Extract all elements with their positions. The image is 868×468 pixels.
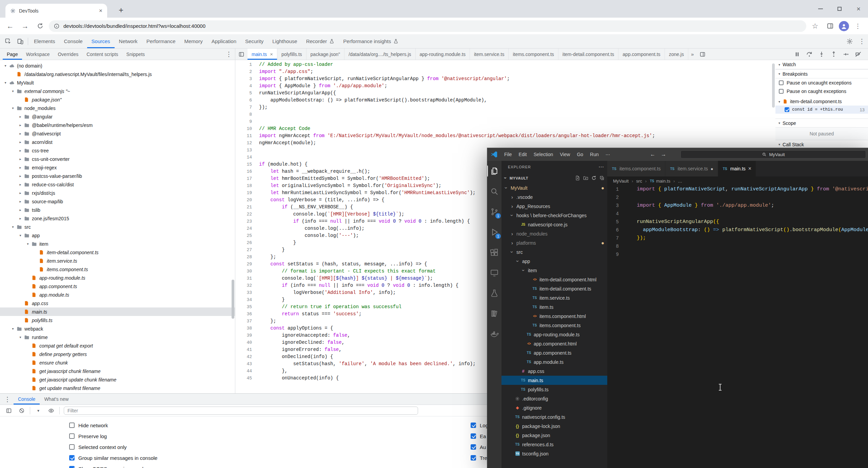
explorer-file-item-service-ts[interactable]: TSitem.service.ts (501, 293, 607, 302)
console-setting-selected-context-only[interactable]: Selected context only (69, 442, 157, 452)
profile-avatar[interactable] (839, 21, 849, 31)
navigator-tab-snippets[interactable]: Snippets (122, 49, 149, 60)
navigator-tab-page[interactable]: Page (3, 49, 22, 60)
tree-folder-runtime[interactable]: ▾runtime (0, 333, 235, 341)
editor-tab-item-service-ts[interactable]: item.service.ts (470, 49, 509, 60)
tree-file-get-javascript-chunk-filename[interactable]: get javascript chunk filename (0, 367, 235, 375)
breadcrumb-item-myvault[interactable]: MyVault (613, 179, 629, 184)
line-number[interactable]: 39 (235, 332, 259, 339)
line-number[interactable]: 13 (235, 147, 259, 154)
vscode-code-line-8[interactable]: 8 (607, 242, 868, 250)
panel-tab-network[interactable]: Network (115, 34, 142, 48)
console-setting-log[interactable]: Log (471, 420, 488, 431)
watch-section-header[interactable]: ▾Watch (775, 60, 868, 69)
line-number[interactable]: 11 (235, 132, 259, 139)
call-stack-section-header[interactable]: ▾Call Stack (775, 140, 868, 149)
new-tab-button[interactable]: + (115, 4, 127, 16)
tree-folder-angular[interactable]: ▸@angular (0, 112, 235, 121)
vscode-code-line-6[interactable]: 6 appModuleBootstrap: () => platformNati… (607, 226, 868, 234)
breakpoint-entry[interactable]: const id = +this.rou13 (775, 106, 868, 114)
checkbox[interactable] (69, 455, 75, 461)
panel-tab-elements[interactable]: Elements (29, 34, 60, 48)
vscode-code-line-3[interactable]: 3import { AppModule } from './app/app.mo… (607, 202, 868, 210)
tabs-overflow-icon[interactable]: » (688, 51, 696, 57)
line-number[interactable]: 30 (235, 268, 259, 275)
line-number[interactable]: 16 (235, 168, 259, 175)
tree-folder-css-unit-converter[interactable]: ▸css-unit-converter (0, 155, 235, 163)
explorer-file-item-detail-component-ts[interactable]: TSitem-detail.component.ts (501, 284, 607, 293)
pause-caught-checkbox[interactable] (779, 89, 784, 94)
explorer-file-app-css[interactable]: #app.css (501, 367, 607, 376)
new-file-icon[interactable] (575, 175, 580, 181)
vscode-code-line-5[interactable]: 5runNativeScriptAngularApp({ (607, 218, 868, 226)
clear-console-icon[interactable] (16, 405, 28, 416)
line-number[interactable]: 1 (235, 61, 259, 68)
navigator-toggle-icon[interactable] (235, 49, 248, 60)
bookmark-star-icon[interactable]: ☆ (809, 20, 821, 32)
tree-folder-emoji-regex[interactable]: ▸emoji-regex (0, 163, 235, 172)
pause-caught-exceptions-row[interactable]: Pause on caught exceptions (775, 87, 868, 95)
live-expression-eye-icon[interactable] (45, 405, 57, 416)
explorer-file-nativescript-core-js[interactable]: JSnativescript-core.js (501, 220, 607, 229)
line-number[interactable]: 15 (235, 161, 259, 168)
console-sidebar-icon[interactable] (3, 405, 15, 416)
panel-tab-performance-insights[interactable]: Performance insights (339, 34, 403, 48)
explorer-folder-app[interactable]: ›app (501, 257, 607, 266)
tree-folder-tslib[interactable]: ▸tslib (0, 206, 235, 214)
code-line-6[interactable]: 6 appModuleBootstrap: () => platformNati… (235, 97, 775, 104)
line-number[interactable]: 29 (235, 261, 259, 268)
vscode-code-editor[interactable]: 1import { platformNativeScript, runNativ… (607, 185, 868, 468)
console-context-dropdown-icon[interactable]: ▾ (32, 405, 44, 416)
panel-tab-lighthouse[interactable]: Lighthouse (268, 34, 301, 48)
line-number[interactable]: 44 (235, 368, 259, 375)
code-line-12[interactable]: 12ngHmrAccept(module); (235, 139, 775, 147)
menu-item[interactable]: ⋯ (602, 148, 614, 161)
line-number[interactable]: 22 (235, 211, 259, 218)
tree-file-compat-get-default-export[interactable]: compat get default export (0, 341, 235, 350)
navigator-tab-content-scripts[interactable]: Content scripts (82, 49, 122, 60)
tree-file-ensure-chunk[interactable]: ensure chunk (0, 358, 235, 367)
step-icon[interactable] (841, 49, 851, 60)
navigator-tab-workspace[interactable]: Workspace (22, 49, 54, 60)
explorer-folder-vscode[interactable]: ›.vscode (501, 192, 607, 202)
refresh-icon[interactable] (591, 175, 596, 181)
console-setting-ea[interactable]: Ea (471, 431, 488, 442)
maximize-button[interactable] (830, 0, 849, 18)
scope-section-header[interactable]: ▾Scope (775, 118, 868, 128)
tree-file-app-module-ts[interactable]: app.module.ts (0, 291, 235, 299)
breadcrumb-item-item[interactable]: … (678, 179, 682, 184)
line-number[interactable]: 10 (235, 125, 259, 132)
tree-folder-app[interactable]: ▾app (0, 231, 235, 240)
panel-tab-application[interactable]: Application (207, 34, 241, 48)
tree-file-app-css[interactable]: app.css (0, 299, 235, 307)
tree-file-main-ts[interactable]: main.ts (0, 307, 235, 316)
back-button[interactable]: ← (4, 20, 16, 32)
tree-file-get-javascript-update-chunk-filename[interactable]: get javascript update chunk filename (0, 375, 235, 384)
code-line-7[interactable]: 7}); (235, 104, 775, 111)
breadcrumb-item-src[interactable]: src (636, 179, 642, 184)
line-number[interactable]: 20 (235, 196, 259, 204)
explorer-folder-app-resources[interactable]: ›App_Resources (501, 202, 607, 211)
explorer-more-icon[interactable]: ⋯ (598, 164, 604, 170)
command-center-search[interactable]: MyVault (680, 150, 866, 158)
editor-tab-data-data-org-ts-helpers-js[interactable]: /data/data/org..../ts_helpers.js (344, 49, 415, 60)
code-line-3[interactable]: 3import { platformNativeScript, runNativ… (235, 75, 775, 82)
line-number[interactable]: 41 (235, 346, 259, 353)
close-button[interactable]: × (849, 0, 868, 18)
explorer-folder-item[interactable]: ›item (501, 266, 607, 275)
tree-folder-acorn-dist[interactable]: ▸acorn/dist (0, 138, 235, 146)
browser-menu-icon[interactable]: ⋮ (852, 20, 864, 32)
console-setting-au[interactable]: Au (471, 442, 488, 452)
checkbox[interactable] (69, 466, 75, 468)
checkbox[interactable] (69, 444, 75, 450)
explorer-folder-src[interactable]: ›src (501, 247, 607, 257)
activity-testing-icon[interactable] (487, 283, 501, 303)
explorer-file-app-module-ts[interactable]: TSapp.module.ts (501, 357, 607, 367)
line-number[interactable]: 4 (235, 82, 259, 90)
explorer-file-app-component-html[interactable]: <>app.component.html (501, 339, 607, 348)
editor-tab-package-json[interactable]: package.json" (307, 49, 344, 60)
navigator-tab-overrides[interactable]: Overrides (54, 49, 82, 60)
code-line-9[interactable]: 9 (235, 118, 775, 125)
modified-dot-icon[interactable]: ● (711, 166, 713, 171)
tab-close-icon[interactable]: × (99, 8, 102, 14)
